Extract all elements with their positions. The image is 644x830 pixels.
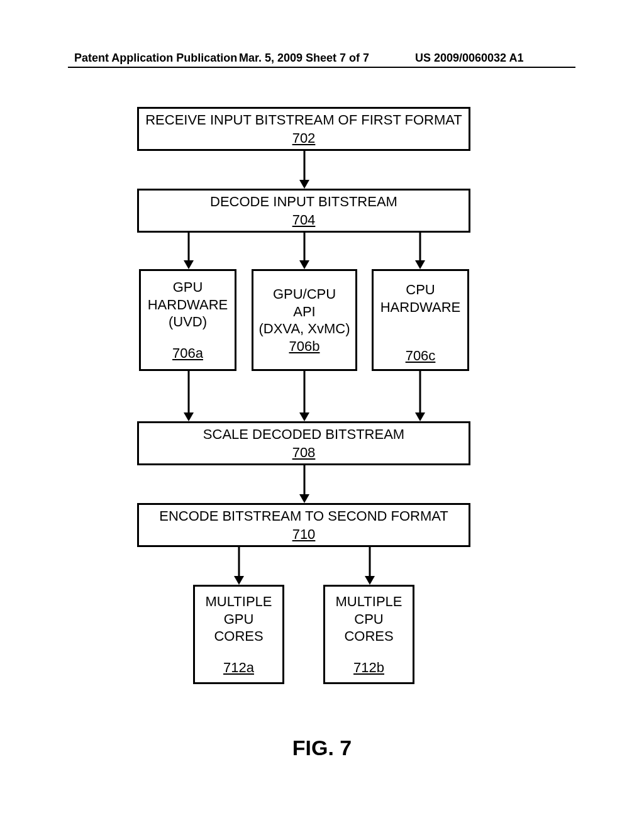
header-left: Patent Application Publication	[74, 52, 237, 65]
box-706a: GPU HARDWARE (UVD) 706a	[139, 269, 236, 371]
arrow-704-706c	[418, 233, 422, 269]
box-706b-l2: API	[293, 303, 315, 321]
box-704: DECODE INPUT BITSTREAM 704	[137, 189, 470, 233]
svg-marker-19	[365, 576, 375, 585]
box-708: SCALE DECODED BITSTREAM 708	[137, 421, 470, 465]
header-center: Mar. 5, 2009 Sheet 7 of 7	[239, 52, 369, 65]
box-708-ref: 708	[292, 444, 316, 462]
box-712b-l1: MULTIPLE	[336, 593, 402, 611]
box-712a-l3: CORES	[214, 628, 263, 645]
arrow-708-710	[303, 465, 306, 503]
svg-marker-5	[299, 260, 309, 269]
svg-marker-17	[234, 576, 244, 585]
box-712a-l2: GPU	[224, 611, 254, 628]
arrow-704-706a	[187, 233, 191, 269]
box-706a-l2: HARDWARE	[148, 296, 228, 314]
box-702-text: RECEIVE INPUT BITSTREAM OF FIRST FORMAT	[145, 111, 462, 129]
arrow-710-712a	[237, 547, 241, 585]
arrow-706b-708	[303, 371, 306, 421]
box-706c-l2: HARDWARE	[380, 299, 461, 316]
box-712a-ref: 712a	[223, 659, 254, 677]
svg-marker-3	[184, 260, 194, 269]
arrow-706a-708	[187, 371, 191, 421]
svg-marker-1	[299, 180, 309, 189]
box-704-ref: 704	[292, 211, 316, 229]
box-702-ref: 702	[292, 130, 316, 147]
svg-marker-11	[299, 412, 309, 421]
box-706b-l3: (DXVA, XvMC)	[258, 320, 350, 338]
arrow-710-712b	[368, 547, 372, 585]
box-706a-ref: 706a	[172, 345, 203, 362]
box-706a-l1: GPU	[173, 279, 203, 296]
box-706b: GPU/CPU API (DXVA, XvMC) 706b	[252, 269, 357, 371]
box-712b: MULTIPLE CPU CORES 712b	[323, 585, 414, 684]
box-704-text: DECODE INPUT BITSTREAM	[210, 193, 397, 211]
svg-marker-9	[184, 412, 194, 421]
svg-marker-7	[415, 260, 425, 269]
header-right: US 2009/0060032 A1	[415, 52, 523, 65]
arrow-702-704	[303, 151, 306, 189]
box-710-text: ENCODE BITSTREAM TO SECOND FORMAT	[159, 507, 448, 525]
arrow-704-706b	[303, 233, 306, 269]
box-712b-l3: CORES	[344, 628, 393, 645]
figure-label: FIG. 7	[0, 736, 644, 760]
svg-marker-15	[299, 494, 309, 503]
box-712a: MULTIPLE GPU CORES 712a	[193, 585, 284, 684]
box-706c: CPU HARDWARE 706c	[372, 269, 469, 371]
box-706b-l1: GPU/CPU	[273, 285, 336, 303]
box-706c-l1: CPU	[406, 281, 435, 299]
box-706a-l3: (UVD)	[169, 313, 207, 331]
box-706b-ref: 706b	[289, 338, 320, 355]
box-712a-l1: MULTIPLE	[206, 593, 272, 611]
box-710-ref: 710	[292, 526, 316, 543]
header-rule	[68, 67, 575, 68]
box-710: ENCODE BITSTREAM TO SECOND FORMAT 710	[137, 503, 470, 547]
box-706c-ref: 706c	[406, 347, 436, 365]
arrow-706c-708	[418, 371, 422, 421]
box-712b-l2: CPU	[354, 611, 383, 628]
box-712b-ref: 712b	[353, 659, 384, 677]
box-702: RECEIVE INPUT BITSTREAM OF FIRST FORMAT …	[137, 107, 470, 151]
svg-marker-13	[415, 412, 425, 421]
box-708-text: SCALE DECODED BITSTREAM	[203, 426, 404, 443]
